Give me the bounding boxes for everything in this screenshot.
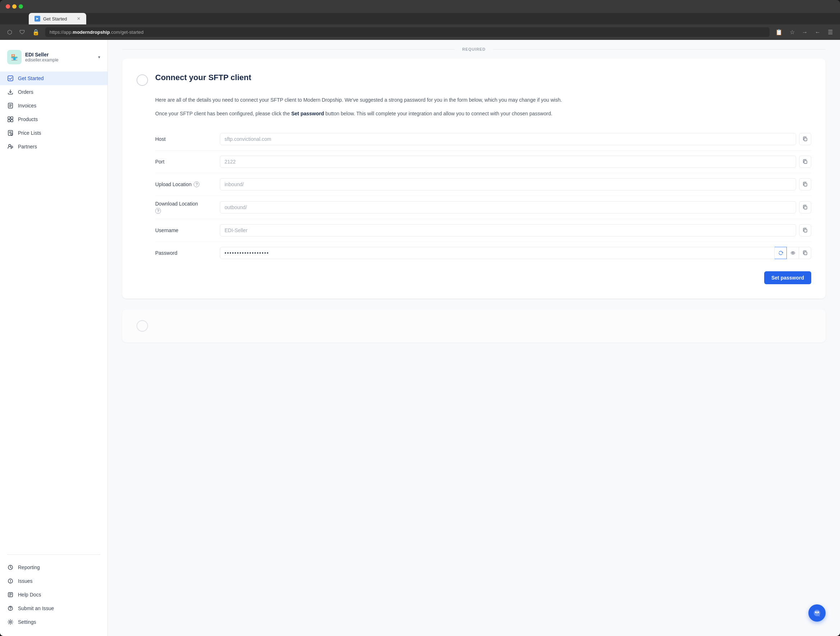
sidebar-item-orders[interactable]: Orders: [0, 85, 107, 99]
url-prefix: https://app.: [50, 30, 73, 35]
sidebar-item-issues[interactable]: Issues: [0, 574, 107, 588]
svg-rect-20: [804, 229, 807, 232]
port-copy-button[interactable]: [799, 156, 811, 168]
sidebar-item-label: Products: [18, 117, 38, 122]
maximize-button[interactable]: [19, 4, 23, 9]
upload-input[interactable]: [220, 178, 796, 191]
sidebar-item-partners[interactable]: Partners: [0, 140, 107, 153]
sidebar-item-price-lists[interactable]: Price Lists: [0, 126, 107, 140]
svg-rect-2: [8, 117, 10, 119]
svg-rect-19: [804, 206, 807, 209]
download-icon: [7, 89, 14, 95]
sidebar-item-label: Reporting: [18, 565, 40, 570]
port-input[interactable]: [220, 156, 796, 168]
sidebar-item-invoices[interactable]: Invoices: [0, 99, 107, 112]
username-copy-button[interactable]: [799, 224, 811, 237]
address-bar: ⬡ 🛡 🔒 https://app.moderndropship.com/get…: [0, 24, 840, 40]
url-bar[interactable]: https://app.moderndropship.com/get-start…: [45, 27, 770, 37]
sidebar-item-products[interactable]: Products: [0, 112, 107, 126]
nav-divider: [7, 554, 100, 555]
tab-bar: Get Started ✕: [0, 13, 840, 24]
svg-rect-18: [804, 183, 807, 186]
next-card-preview: [122, 309, 826, 342]
chat-bubble[interactable]: [808, 604, 826, 622]
minimize-button[interactable]: [12, 4, 17, 9]
svg-point-14: [10, 610, 11, 610]
password-input[interactable]: [220, 247, 775, 259]
sidebar-item-label: Submit an Issue: [18, 606, 54, 611]
step-circle: [137, 74, 148, 86]
sftp-card: Connect your SFTP client Here are all of…: [122, 58, 826, 298]
price-list-icon: [7, 130, 14, 136]
seller-avatar: 🏪: [7, 50, 22, 64]
divider-line-right: [493, 49, 826, 50]
desc2-bold: Set password: [291, 110, 324, 117]
download-input[interactable]: [220, 201, 796, 213]
grid-icon: [7, 116, 14, 123]
seller-selector[interactable]: 🏪 EDI Seller ediseller.example ▾: [0, 47, 107, 71]
issues-icon: [7, 578, 14, 584]
password-copy-button[interactable]: [799, 247, 811, 259]
password-refresh-button[interactable]: [775, 247, 787, 259]
sidebar-item-get-started[interactable]: Get Started: [0, 71, 107, 85]
host-input[interactable]: [220, 133, 796, 145]
password-field-wrap: [220, 247, 811, 259]
svg-point-15: [10, 621, 11, 623]
set-password-section: Set password: [155, 271, 811, 284]
set-password-button[interactable]: Set password: [764, 271, 811, 284]
upload-label: Upload Location ?: [155, 181, 220, 187]
username-label: Username: [155, 227, 220, 233]
chevron-down-icon: ▾: [98, 55, 100, 60]
bookmark-button[interactable]: ☆: [788, 27, 796, 37]
download-label: Download Location ?: [155, 201, 220, 214]
close-button[interactable]: [6, 4, 10, 9]
card-title-wrap: Connect your SFTP client: [155, 73, 251, 82]
checkmark-icon: [7, 75, 14, 82]
port-label: Port: [155, 159, 220, 164]
download-copy-button[interactable]: [799, 201, 811, 213]
password-row: Password: [155, 242, 811, 264]
tab-label: Get Started: [43, 16, 67, 22]
host-label: Host: [155, 136, 220, 142]
partners-icon: [7, 144, 14, 150]
next-step-circle: [137, 320, 148, 331]
seller-info: EDI Seller ediseller.example: [25, 52, 95, 63]
upload-copy-button[interactable]: [799, 178, 811, 191]
extensions-button[interactable]: ⬡: [6, 27, 14, 37]
sidebar-item-help-docs[interactable]: Help Docs: [0, 588, 107, 601]
divider-line-left: [122, 49, 455, 50]
description-1: Here are all of the details you need to …: [155, 96, 811, 104]
main-content: REQUIRED Connect your SFTP client Here a…: [108, 40, 840, 636]
download-help-icon[interactable]: ?: [155, 208, 161, 214]
svg-point-7: [11, 133, 13, 135]
reader-view-button[interactable]: 📋: [774, 27, 784, 37]
svg-rect-5: [11, 120, 13, 122]
username-field-wrap: [220, 224, 811, 237]
desc2-post: button below. This will complete your in…: [324, 110, 553, 117]
tab-close-button[interactable]: ✕: [77, 16, 81, 21]
username-input[interactable]: [220, 224, 796, 237]
back-button[interactable]: ←: [813, 28, 822, 37]
help-docs-icon: [7, 592, 14, 598]
sidebar-item-submit-issue[interactable]: Submit an Issue: [0, 601, 107, 615]
port-row: Port: [155, 151, 811, 173]
upload-field-wrap: [220, 178, 811, 191]
sidebar-item-settings[interactable]: Settings: [0, 615, 107, 629]
active-tab[interactable]: Get Started ✕: [29, 13, 86, 24]
svg-point-22: [792, 252, 793, 253]
menu-button[interactable]: ☰: [826, 27, 834, 37]
upload-help-icon[interactable]: ?: [194, 181, 199, 187]
desc2-pre: Once your SFTP client has been configure…: [155, 110, 291, 117]
host-copy-button[interactable]: [799, 133, 811, 145]
svg-rect-4: [8, 120, 10, 122]
password-toggle-button[interactable]: [787, 247, 799, 259]
sidebar-item-label: Price Lists: [18, 130, 41, 136]
forward-button[interactable]: →: [801, 28, 809, 37]
sidebar-item-reporting[interactable]: Reporting: [0, 560, 107, 574]
svg-rect-0: [8, 76, 13, 81]
settings-icon: [7, 619, 14, 625]
sidebar-item-label: Settings: [18, 619, 36, 625]
svg-rect-3: [11, 117, 13, 119]
sidebar-item-label: Get Started: [18, 76, 44, 81]
card-header: Connect your SFTP client: [137, 73, 811, 86]
